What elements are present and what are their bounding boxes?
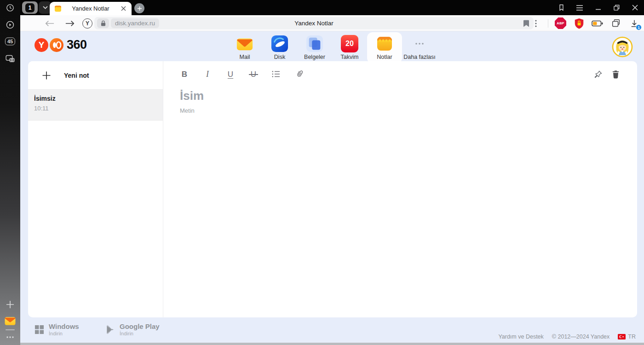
windows-logo-icon bbox=[34, 325, 44, 334]
note-list-item-selected[interactable]: İsimsiz 10:11 bbox=[28, 90, 163, 121]
yandex-mail-shortcut-icon[interactable] bbox=[4, 315, 17, 328]
nav-item-calendar[interactable]: 20 Takvim bbox=[332, 32, 367, 63]
nav-label-disk: Disk bbox=[262, 54, 297, 60]
pin-icon bbox=[594, 70, 603, 79]
google-play-download-link[interactable]: Google Play İndirin bbox=[106, 323, 160, 336]
browser-menu-icon[interactable] bbox=[574, 2, 585, 13]
new-note-button[interactable]: Yeni not bbox=[28, 61, 163, 90]
bold-button[interactable]: B bbox=[180, 70, 189, 78]
screenshot-camera-icon[interactable] bbox=[6, 54, 15, 63]
language-selector[interactable]: TR bbox=[618, 334, 636, 340]
pin-note-button[interactable] bbox=[594, 70, 603, 79]
nav-item-disk[interactable]: Disk bbox=[262, 32, 297, 63]
history-clock-icon[interactable] bbox=[6, 4, 15, 12]
services-nav: Mail Disk bbox=[20, 32, 644, 63]
restore-window-icon[interactable] bbox=[611, 2, 622, 13]
tab-close-icon[interactable] bbox=[120, 5, 127, 12]
toolbar-separator bbox=[548, 19, 548, 28]
nav-item-more[interactable]: Daha fazlası bbox=[402, 32, 437, 63]
page-title: Yandex Notlar bbox=[94, 20, 534, 27]
editor-actions bbox=[594, 70, 620, 79]
italic-button[interactable]: I bbox=[203, 70, 212, 78]
disk-icon bbox=[271, 35, 288, 52]
underline-button[interactable]: U bbox=[226, 70, 235, 78]
mail-icon bbox=[236, 35, 253, 52]
notes-list-panel: Yeni not İsimsiz 10:11 bbox=[28, 61, 163, 317]
browser-toolbar: Y disk.yandex.ru Yandex Notlar bbox=[20, 15, 644, 31]
tab-counter-button[interactable]: 1 bbox=[22, 1, 38, 14]
browser-window: 45 1 bbox=[0, 0, 644, 345]
tabs-counter-badge[interactable]: 45 bbox=[5, 38, 15, 46]
more-apps-icon bbox=[411, 35, 428, 52]
help-support-link[interactable]: Yardım ve Destek bbox=[498, 334, 543, 340]
strip-divider bbox=[6, 329, 15, 330]
domain-chip[interactable]: disk.yandex.ru bbox=[111, 18, 159, 28]
turkey-flag-icon bbox=[618, 334, 626, 339]
plus-icon bbox=[137, 6, 142, 11]
collections-icon[interactable] bbox=[610, 17, 622, 29]
note-body-input[interactable]: Metin bbox=[180, 107, 621, 114]
kebab-menu-icon[interactable] bbox=[529, 17, 542, 29]
tab-counter-group: 1 bbox=[22, 1, 52, 14]
domain-text: disk.yandex.ru bbox=[115, 20, 155, 27]
ssl-lock-icon[interactable] bbox=[97, 18, 109, 28]
adblock-plus-icon[interactable]: ABP bbox=[554, 17, 567, 29]
tab-notes-favicon bbox=[54, 5, 62, 12]
strikethrough-button[interactable]: U bbox=[249, 70, 258, 78]
new-note-label: Yeni not bbox=[64, 72, 89, 79]
address-bar[interactable]: disk.yandex.ru Yandex Notlar bbox=[94, 17, 534, 29]
windows-label: Windows bbox=[49, 323, 79, 331]
nav-item-mail[interactable]: Mail bbox=[227, 32, 262, 63]
tab-count-value: 1 bbox=[25, 3, 34, 12]
yandex-y-glyph: Y bbox=[82, 18, 92, 29]
user-avatar[interactable] bbox=[612, 36, 633, 58]
close-window-icon[interactable] bbox=[629, 2, 640, 13]
side-panel-toggle-icon[interactable] bbox=[556, 2, 567, 13]
bookmark-flag-icon[interactable] bbox=[523, 20, 529, 27]
downloads-icon[interactable]: 1 bbox=[628, 17, 640, 29]
play-video-icon[interactable] bbox=[6, 20, 15, 29]
note-title-input[interactable]: İsim bbox=[180, 89, 621, 103]
bullet-list-button[interactable] bbox=[272, 70, 281, 78]
footer-right: Yardım ve Destek © 2012—2024 Yandex TR bbox=[498, 334, 636, 340]
paperclip-icon bbox=[293, 68, 305, 80]
copyright-text: © 2012—2024 Yandex bbox=[552, 334, 610, 340]
notes-app-card: Yeni not İsimsiz 10:11 B I U U bbox=[28, 61, 637, 317]
language-code: TR bbox=[628, 334, 636, 340]
forward-button[interactable] bbox=[63, 15, 77, 31]
chevron-down-icon bbox=[43, 6, 48, 9]
editor-toolbar: B I U U bbox=[180, 65, 621, 83]
tab-count-45-label: 45 bbox=[5, 38, 15, 46]
page-footer: Windows İndirin Google Play İndirin Yard… bbox=[20, 319, 644, 343]
documents-icon bbox=[306, 35, 323, 52]
nav-label-documents: Belgeler bbox=[297, 54, 332, 60]
note-editor: B I U U bbox=[163, 61, 637, 317]
attach-file-button[interactable] bbox=[295, 69, 304, 79]
minimize-window-icon[interactable] bbox=[592, 2, 604, 13]
google-play-logo-icon bbox=[106, 325, 115, 334]
calendar-date-badge: 20 bbox=[345, 40, 354, 48]
strikethrough-glyph: U bbox=[251, 70, 256, 79]
yandex-protect-button[interactable]: Y bbox=[80, 15, 95, 31]
tab-bar: 1 Yandex Notlar bbox=[20, 0, 644, 15]
windows-download-link[interactable]: Windows İndirin bbox=[34, 323, 79, 336]
nav-label-mail: Mail bbox=[227, 54, 262, 60]
delete-note-button[interactable] bbox=[612, 70, 620, 79]
nav-item-notes-active[interactable]: Notlar bbox=[367, 32, 402, 63]
protect-shield-icon[interactable] bbox=[573, 17, 585, 29]
nav-item-documents[interactable]: Belgeler bbox=[297, 32, 332, 63]
nav-label-calendar: Takvim bbox=[332, 54, 367, 60]
toolbar-extensions: ABP bbox=[529, 15, 640, 31]
new-tab-button[interactable] bbox=[134, 3, 144, 13]
yandex-notes-page: Y 360 Mail bbox=[20, 31, 644, 345]
note-timestamp: 10:11 bbox=[34, 105, 157, 112]
add-panel-icon[interactable] bbox=[6, 300, 15, 309]
battery-icon[interactable] bbox=[591, 17, 604, 29]
note-title: İsimsiz bbox=[34, 95, 157, 102]
abp-label: ABP bbox=[555, 17, 566, 29]
bottom-edge-strip bbox=[20, 343, 644, 345]
more-options-icon[interactable] bbox=[6, 336, 14, 339]
active-tab[interactable]: Yandex Notlar bbox=[50, 2, 132, 15]
bullet-list-icon bbox=[272, 70, 280, 78]
back-button[interactable] bbox=[42, 15, 57, 31]
